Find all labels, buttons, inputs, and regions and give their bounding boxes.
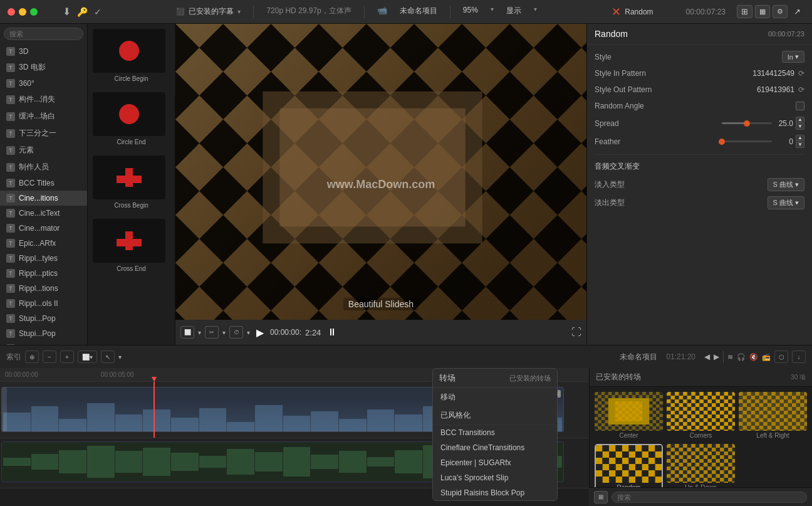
trans-grid-view-btn[interactable]: ⊞ [594,491,608,503]
feather-up-btn[interactable]: ▲ [796,135,804,141]
sidebar-item[interactable]: T制作人员 [0,159,87,176]
export-btn[interactable]: ↓ [792,351,806,363]
project-name[interactable]: 未命名项目 [400,6,437,18]
snapshot-btn[interactable]: ⬡ [774,351,788,363]
sidebar-item-icon: T [6,112,15,121]
sidebar-search-input[interactable] [4,28,83,40]
prev-marker-btn[interactable]: ◀ [704,352,710,361]
crop-btn[interactable]: ⬜ [180,326,194,339]
thumbnail-item[interactable]: Cross End [88,214,175,277]
sidebar-item[interactable]: T3D [0,44,87,59]
thumbnail-item[interactable]: Circle Begin [88,24,175,87]
share-btn[interactable]: ↗ [790,5,804,18]
sidebar-item[interactable]: TCine...itions [0,191,87,206]
speed-dropdown[interactable]: ▾ [247,329,250,336]
sidebar-item[interactable]: T元素 [0,142,87,159]
style-dropdown[interactable]: In ▾ [782,51,804,63]
timeline-playhead[interactable] [154,382,155,438]
zoom-dropdown-icon[interactable]: ▾ [491,6,494,18]
transitions-section-item[interactable]: Epicenter | SUGARfx [433,455,557,470]
thumbnail-item[interactable]: Circle End [88,87,175,150]
transitions-grid-header: 已安装的转场 30 项 [590,368,812,387]
trim-dropdown[interactable]: ▾ [222,329,226,336]
sidebar-item[interactable]: T构件...消失 [0,91,87,108]
transitions-section-item[interactable]: Stupid Raisins Block Pop [433,485,557,500]
fade-out-row: 淡出类型 S 曲线 ▾ [595,194,804,212]
audio2-btn[interactable]: 📻 [762,353,771,361]
add-to-timeline-btn[interactable]: ⊕ [25,351,39,363]
sidebar-item[interactable]: TStupi...Pop [0,326,87,341]
settings-btn[interactable]: ⚙ [773,5,788,18]
sidebar-item[interactable]: TEpic...ARfx [0,236,87,251]
mute-btn[interactable]: 🔇 [749,353,758,361]
transitions-search-input[interactable] [612,492,807,503]
sidebar-item[interactable]: T360° [0,76,87,91]
installed-fonts-label[interactable]: 已安装的字幕 [189,6,234,17]
download-icon[interactable]: ⬇ [63,6,71,18]
play-button[interactable]: ▶ [254,327,266,339]
sidebar-item[interactable]: TRippl...ptics [0,266,87,281]
transitions-section-item[interactable]: Cineflare CineTransitions [433,440,557,455]
dropdown-icon[interactable]: ▾ [198,329,201,336]
fonts-dropdown-icon[interactable]: ▾ [237,8,241,15]
display-dropdown-icon[interactable]: ▾ [534,6,537,18]
trans-thumb-updown[interactable]: Up & Down [667,444,735,493]
trans-leftright-label: Left & Right [739,431,807,440]
transitions-move-item[interactable]: 移动 [433,388,557,406]
cursor-btn[interactable]: ↖ [101,351,115,363]
transitions-section-item[interactable]: Luca's Sprocket Slip [433,470,557,485]
list-view-btn[interactable]: ▦ [755,5,770,18]
thumbnail-item[interactable]: Cross Begin [88,150,175,214]
sidebar-item[interactable]: T缓冲...场白 [0,108,87,125]
style-in-refresh-icon[interactable]: ⟳ [798,69,804,78]
sidebar-item[interactable]: TRippl...ols II [0,296,87,311]
sidebar-item[interactable]: TBCC Titles [0,176,87,191]
trans-thumb-corners[interactable]: Corners [667,392,735,440]
ruler-start: 00:00:00:00 [5,371,38,378]
grid-view-btn[interactable]: ⊞ [737,5,752,18]
sidebar-item[interactable]: TRippl...tyles [0,251,87,266]
sidebar-item[interactable]: TCine...mator [0,221,87,236]
feather-slider-thumb[interactable] [719,139,725,145]
maximize-button[interactable] [30,8,38,16]
headphone-btn[interactable]: 🎧 [737,353,746,361]
spread-up-btn[interactable]: ▲ [796,117,804,123]
sidebar-item[interactable]: TCine...icText [0,206,87,221]
zoom-out-btn[interactable]: − [43,351,56,363]
display-button[interactable]: 显示 [506,6,521,18]
spread-down-btn[interactable]: ▼ [796,124,804,130]
fade-out-value: S 曲线 ▾ [676,196,804,209]
clip-in-marker[interactable] [2,387,7,431]
trans-thumb-leftright[interactable]: Left & Right [739,392,807,440]
transitions-section-item[interactable]: BCC Transitions [433,425,557,440]
trim-btn[interactable]: ✂ [205,326,219,339]
key-icon[interactable]: 🔑 [77,7,88,17]
thumb-preview [93,155,165,199]
sidebar-item[interactable]: TRippl...tions [0,281,87,296]
trans-thumb-random[interactable]: Random [595,444,663,493]
inspector-icon[interactable]: ✕ [612,5,621,19]
fullscreen-button[interactable]: ⛶ [571,327,581,338]
pause-button[interactable]: ⏸ [325,327,340,338]
check-icon[interactable]: ✓ [94,7,102,17]
trans-thumb-center[interactable]: Center [595,392,663,440]
sidebar-item[interactable]: TStupi...Pop [0,311,87,326]
fade-out-dropdown[interactable]: S 曲线 ▾ [768,196,804,209]
zoom-in-btn[interactable]: + [60,351,74,363]
speed-btn[interactable]: ⏱ [229,326,243,339]
random-angle-checkbox[interactable] [796,102,804,110]
spread-slider-thumb[interactable] [744,120,750,127]
style-out-refresh-icon[interactable]: ⟳ [798,85,804,94]
clip-view-btn[interactable]: ⬜▾ [78,351,97,363]
next-marker-btn[interactable]: ▶ [714,352,719,361]
feather-down-btn[interactable]: ▼ [796,142,804,148]
sidebar-item[interactable]: T下三分之一 [0,125,87,142]
sidebar-item[interactable]: T3D 电影 [0,59,87,76]
close-button[interactable] [8,8,15,16]
zoom-control[interactable]: 95% [463,6,478,18]
transitions-formatted-item[interactable]: 已风格化 [433,406,557,424]
audio-btn[interactable]: ≋ [727,353,733,361]
minimize-button[interactable] [19,8,26,16]
fade-in-dropdown[interactable]: S 曲线 ▾ [768,178,804,191]
cursor-dropdown[interactable]: ▾ [118,354,122,361]
